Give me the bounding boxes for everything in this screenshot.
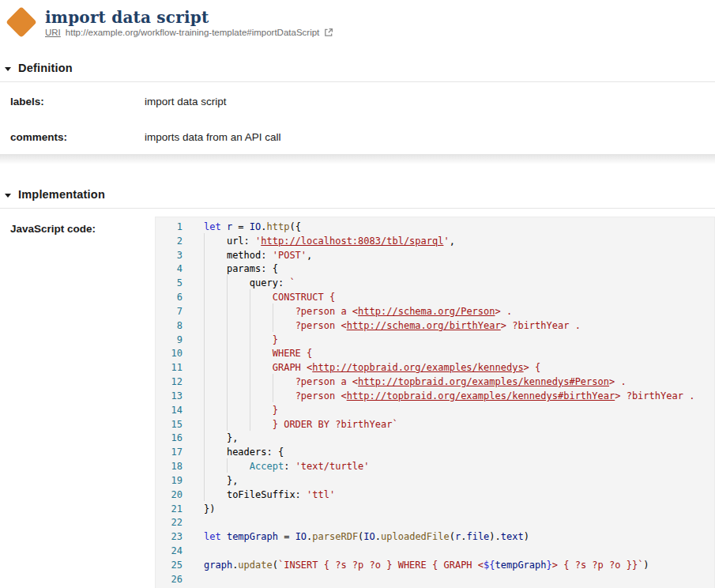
code-line[interactable]: 15 } ORDER BY ?birthYear` xyxy=(156,418,714,432)
code-line[interactable]: 13 ?person <http://topbraid.org/examples… xyxy=(156,390,714,404)
code-token: }) xyxy=(204,503,215,514)
code-text: graph.update(`INSERT { ?s ?p ?o } WHERE … xyxy=(204,559,649,573)
indent-guide xyxy=(204,306,227,317)
code-token: update xyxy=(238,560,272,571)
section-header-implementation[interactable]: Implementation xyxy=(0,181,715,209)
code-line[interactable]: 3 method: 'POST', xyxy=(156,249,714,263)
external-link-icon[interactable] xyxy=(324,28,333,37)
code-token: file xyxy=(466,531,489,542)
code-text: url: 'http://localhost:8083/tbl/sparql', xyxy=(204,235,455,249)
code-text: WHERE { xyxy=(204,347,312,361)
indent-guide xyxy=(227,334,250,345)
code-text: Accept: 'text/turtle' xyxy=(204,460,370,474)
code-token: 'text/turtle' xyxy=(295,461,370,472)
code-token: http xyxy=(267,221,290,232)
line-number: 4 xyxy=(156,262,183,277)
code-line[interactable]: 6 CONSTRUCT { xyxy=(156,291,714,305)
definition-fields: labels:import data scriptcomments:import… xyxy=(0,82,715,154)
code-line[interactable]: 5 query: ` xyxy=(156,277,714,291)
field-label: labels: xyxy=(0,96,145,107)
code-line[interactable]: 18 Accept: 'text/turtle' xyxy=(156,460,714,474)
code-line[interactable]: 10 WHERE { xyxy=(156,347,714,361)
indent-guide xyxy=(250,362,273,373)
indent-guide xyxy=(204,362,227,373)
indent-guide xyxy=(227,405,250,416)
indent-guide xyxy=(227,390,250,401)
code-text: headers: { xyxy=(204,446,284,460)
code-token: method: xyxy=(227,250,273,261)
code-line[interactable]: 1let r = IO.http({ xyxy=(156,220,714,235)
javascript-code-editor[interactable]: 1let r = IO.http({2 url: 'http://localho… xyxy=(155,217,715,588)
indent-guide xyxy=(227,348,250,359)
code-token: http://topbraid.org/examples/kennedys xyxy=(312,362,523,373)
code-line[interactable]: 12 ?person a <http://topbraid.org/exampl… xyxy=(156,375,714,390)
code-line[interactable]: 11 GRAPH <http://topbraid.org/examples/k… xyxy=(156,361,714,375)
indent-guide xyxy=(204,348,227,359)
code-token: } ORDER BY ?birthYear` xyxy=(273,419,398,430)
code-text: }, xyxy=(204,432,238,446)
code-token: }, xyxy=(227,475,238,486)
code-line[interactable]: 2 url: 'http://localhost:8083/tbl/sparql… xyxy=(156,235,714,249)
indent-guide xyxy=(273,376,295,387)
code-line[interactable]: 4 params: { xyxy=(156,262,714,277)
code-token: = xyxy=(232,221,250,232)
code-token: > ?birthYear . xyxy=(615,390,694,401)
uri-label[interactable]: URI xyxy=(45,28,61,37)
code-text: }) xyxy=(204,503,215,517)
line-number: 10 xyxy=(156,347,183,361)
code-token: CONSTRUCT { xyxy=(273,292,335,303)
indent-guide xyxy=(204,292,227,303)
caret-down-icon[interactable] xyxy=(5,67,11,71)
code-line[interactable]: 23let tempGraph = IO.parseRDF(IO.uploade… xyxy=(156,530,714,545)
code-token: } xyxy=(547,560,552,571)
indent-guide xyxy=(204,405,227,416)
code-text: } xyxy=(204,404,278,418)
code-token: , xyxy=(450,236,455,247)
line-number: 16 xyxy=(156,432,183,446)
code-line[interactable]: 25graph.update(`INSERT { ?s ?p ?o } WHER… xyxy=(156,559,714,573)
code-token: text xyxy=(501,531,524,542)
indent-guide xyxy=(273,320,295,331)
indent-guide xyxy=(227,306,250,317)
code-token: 'POST' xyxy=(273,250,307,261)
indent-guide xyxy=(204,376,227,387)
code-line[interactable]: 8 ?person <http://schema.org/birthYear> … xyxy=(156,319,714,334)
indent-guide xyxy=(204,461,227,472)
code-token: > . xyxy=(609,376,627,387)
indent-guide xyxy=(204,334,227,345)
indent-guide xyxy=(227,376,250,387)
line-number: 12 xyxy=(156,375,183,390)
code-line[interactable]: 16 }, xyxy=(156,432,714,446)
code-token: GRAPH < xyxy=(273,362,313,373)
code-line[interactable]: 24 xyxy=(156,545,714,559)
code-token: ?person a < xyxy=(295,306,358,317)
indent-guide xyxy=(273,306,295,317)
line-number: 6 xyxy=(156,291,183,305)
line-number: 20 xyxy=(156,488,183,503)
code-token: ( xyxy=(450,531,455,542)
line-number: 15 xyxy=(156,418,183,432)
code-line[interactable]: 7 ?person a <http://schema.org/Person> . xyxy=(156,305,714,319)
resource-page: import data script URI http://example.or… xyxy=(0,0,715,588)
code-line[interactable]: 22 xyxy=(156,516,714,530)
code-line[interactable]: 9 } xyxy=(156,334,714,348)
code-token: let xyxy=(204,221,227,232)
caret-down-icon[interactable] xyxy=(5,194,11,198)
code-line[interactable]: 21}) xyxy=(156,503,714,517)
section-header-definition[interactable]: Definition xyxy=(0,55,715,82)
field-row: comments:imports data from an API call xyxy=(0,131,715,143)
code-line[interactable]: 20 toFileSuffix: 'ttl' xyxy=(156,488,714,503)
line-number: 21 xyxy=(156,503,183,517)
code-token: ?person < xyxy=(295,390,347,401)
code-line[interactable]: 17 headers: { xyxy=(156,446,714,460)
code-line[interactable]: 19 }, xyxy=(156,474,714,488)
code-token: ) xyxy=(524,531,529,542)
field-row: labels:import data script xyxy=(0,96,715,107)
code-line[interactable]: 26 xyxy=(156,573,714,587)
indent-guide xyxy=(204,475,227,486)
code-token: WHERE { xyxy=(273,348,313,359)
code-token: IO xyxy=(295,531,307,542)
code-line[interactable]: 14 } xyxy=(156,404,714,418)
uri-value: http://example.org/workflow-training-tem… xyxy=(66,28,320,37)
line-number: 1 xyxy=(156,220,183,235)
